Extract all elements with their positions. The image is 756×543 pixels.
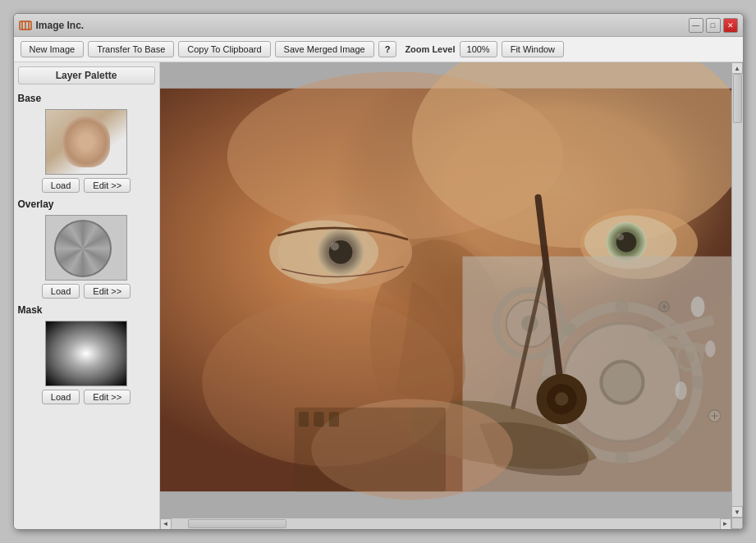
fit-window-button[interactable]: Fit Window bbox=[502, 41, 564, 57]
title-bar: Image Inc. — □ ✕ bbox=[14, 14, 743, 37]
toolbar: New Image Transfer To Base Copy To Clipb… bbox=[14, 37, 743, 62]
canvas-image bbox=[160, 62, 731, 518]
copy-to-clipboard-button[interactable]: Copy To Clipboard bbox=[178, 41, 270, 57]
vertical-scrollbar[interactable]: ▲ ▼ bbox=[731, 62, 743, 518]
gear-preview bbox=[54, 220, 112, 277]
base-thumbnail-preview bbox=[46, 110, 126, 174]
new-image-button[interactable]: New Image bbox=[21, 41, 85, 57]
mask-load-button[interactable]: Load bbox=[42, 390, 80, 404]
mask-edit-button[interactable]: Edit >> bbox=[84, 390, 131, 404]
canvas-area[interactable]: ▲ ▼ ◄ ► bbox=[160, 62, 743, 529]
base-layer-buttons: Load Edit >> bbox=[18, 178, 155, 193]
horizontal-scrollbar[interactable]: ◄ ► bbox=[160, 518, 731, 529]
base-edit-button[interactable]: Edit >> bbox=[84, 178, 131, 193]
base-layer-section: Base Load Edit >> bbox=[18, 91, 155, 193]
base-layer-thumbnail bbox=[45, 109, 127, 175]
mask-thumbnail-preview bbox=[46, 322, 126, 386]
composite-canvas bbox=[160, 62, 731, 518]
scroll-down-arrow[interactable]: ▼ bbox=[731, 506, 743, 518]
mask-layer-title: Mask bbox=[18, 303, 155, 317]
scroll-right-arrow[interactable]: ► bbox=[720, 518, 731, 530]
window-title: Image Inc. bbox=[36, 20, 689, 31]
overlay-layer-section: Overlay Load Edit >> bbox=[18, 197, 155, 299]
base-face-shape bbox=[62, 116, 111, 167]
scroll-thumb-vertical[interactable] bbox=[733, 74, 742, 123]
overlay-layer-buttons: Load Edit >> bbox=[18, 284, 155, 299]
zoom-value-button[interactable]: 100% bbox=[460, 41, 497, 57]
overlay-load-button[interactable]: Load bbox=[42, 284, 80, 299]
scroll-thumb-horizontal[interactable] bbox=[188, 519, 286, 528]
zoom-level-label: Zoom Level bbox=[405, 44, 455, 54]
main-window: Image Inc. — □ ✕ New Image Transfer To B… bbox=[13, 13, 744, 530]
save-merged-image-button[interactable]: Save Merged Image bbox=[275, 41, 374, 57]
app-icon bbox=[19, 19, 32, 32]
scroll-left-arrow[interactable]: ◄ bbox=[160, 518, 172, 530]
main-area: Layer Palette Base Load Edit >> Overlay bbox=[14, 62, 743, 529]
scroll-up-arrow[interactable]: ▲ bbox=[731, 62, 743, 74]
minimize-button[interactable]: — bbox=[689, 18, 703, 33]
overlay-edit-button[interactable]: Edit >> bbox=[84, 284, 131, 299]
mask-layer-section: Mask Load Edit >> bbox=[18, 303, 155, 404]
overlay-layer-thumbnail bbox=[45, 215, 127, 281]
base-load-button[interactable]: Load bbox=[42, 178, 80, 193]
maximize-button[interactable]: □ bbox=[706, 18, 721, 33]
scroll-track-horizontal[interactable] bbox=[172, 518, 720, 529]
overlay-thumbnail-preview bbox=[46, 216, 126, 280]
overlay-layer-title: Overlay bbox=[18, 197, 155, 212]
palette-title: Layer Palette bbox=[18, 66, 155, 84]
base-layer-title: Base bbox=[18, 91, 155, 106]
window-controls: — □ ✕ bbox=[689, 18, 738, 33]
scrollbar-corner bbox=[731, 518, 743, 529]
canvas-scrollable bbox=[160, 62, 731, 518]
close-button[interactable]: ✕ bbox=[723, 18, 738, 33]
scroll-track-vertical[interactable] bbox=[732, 74, 743, 506]
mask-layer-buttons: Load Edit >> bbox=[18, 390, 155, 404]
help-button[interactable]: ? bbox=[378, 41, 397, 57]
svg-rect-58 bbox=[160, 89, 731, 491]
layer-palette: Layer Palette Base Load Edit >> Overlay bbox=[14, 62, 160, 529]
mask-layer-thumbnail bbox=[45, 321, 127, 386]
transfer-to-base-button[interactable]: Transfer To Base bbox=[88, 41, 174, 57]
